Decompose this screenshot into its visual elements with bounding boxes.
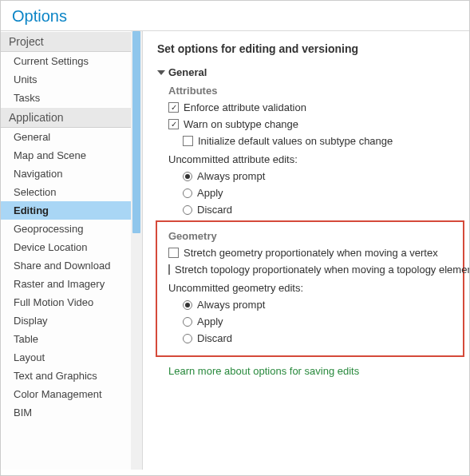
label-warn-subtype: Warn on subtype change — [184, 118, 298, 130]
uncommitted-geom-label: Uncommitted geometry edits: — [168, 282, 463, 294]
radio-geom-discard[interactable] — [183, 334, 192, 343]
sidebar-item-navigation[interactable]: Navigation — [1, 165, 142, 183]
sidebar-item-text-and-graphics[interactable]: Text and Graphics — [1, 367, 142, 385]
geometry-heading: Geometry — [168, 230, 463, 242]
label-geom-apply: Apply — [197, 315, 223, 327]
label-geom-always: Always prompt — [197, 299, 265, 311]
sidebar-item-map-and-scene[interactable]: Map and Scene — [1, 146, 142, 165]
label-attr-always: Always prompt — [197, 170, 265, 182]
radio-attr-apply[interactable] — [183, 188, 192, 198]
learn-more-link[interactable]: Learn more about options for saving edit… — [168, 365, 469, 377]
radio-geom-apply[interactable] — [183, 317, 192, 327]
checkbox-stretch-topology[interactable] — [168, 264, 170, 275]
checkbox-enforce-validation[interactable] — [168, 102, 179, 113]
section-general-label: General — [168, 66, 207, 78]
sidebar-item-general[interactable]: General — [1, 128, 142, 146]
uncommitted-attr-label: Uncommitted attribute edits: — [168, 153, 469, 165]
sidebar-group-application[interactable]: Application — [1, 107, 142, 128]
sidebar-item-tasks[interactable]: Tasks — [1, 89, 142, 107]
radio-attr-always[interactable] — [183, 172, 192, 181]
sidebar-group-project[interactable]: Project — [1, 31, 142, 52]
attributes-heading: Attributes — [168, 85, 469, 97]
main-area: Project Current Settings Units Tasks App… — [1, 30, 469, 470]
sidebar-item-units[interactable]: Units — [1, 70, 142, 89]
checkbox-stretch-geometry[interactable] — [168, 248, 179, 258]
content-title: Set options for editing and versioning — [157, 42, 469, 55]
sidebar-item-editing[interactable]: Editing — [1, 201, 142, 220]
sidebar-item-selection[interactable]: Selection — [1, 183, 142, 201]
checkbox-init-defaults[interactable] — [183, 136, 193, 146]
label-stretch-geometry: Stretch geometry proportionately when mo… — [184, 247, 438, 259]
sidebar-item-share-and-download[interactable]: Share and Download — [1, 256, 142, 275]
label-attr-discard: Discard — [197, 204, 232, 216]
checkbox-warn-subtype[interactable] — [168, 119, 179, 129]
sidebar-item-raster-and-imagery[interactable]: Raster and Imagery — [1, 275, 142, 293]
sidebar-scrollbar[interactable] — [131, 31, 142, 470]
label-attr-apply: Apply — [197, 187, 223, 199]
sidebar-item-full-motion-video[interactable]: Full Motion Video — [1, 293, 142, 311]
label-stretch-topology: Stretch topology proportionately when mo… — [175, 264, 469, 276]
sidebar-item-device-location[interactable]: Device Location — [1, 238, 142, 256]
section-general-header[interactable]: General — [157, 66, 469, 78]
sidebar-item-color-management[interactable]: Color Management — [1, 385, 142, 403]
sidebar-scrollbar-thumb[interactable] — [132, 31, 140, 233]
sidebar-item-current-settings[interactable]: Current Settings — [1, 52, 142, 70]
sidebar-item-layout[interactable]: Layout — [1, 348, 142, 367]
sidebar-item-geoprocessing[interactable]: Geoprocessing — [1, 220, 142, 238]
sidebar: Project Current Settings Units Tasks App… — [1, 31, 143, 470]
radio-attr-discard[interactable] — [183, 205, 192, 215]
content-pane: Set options for editing and versioning G… — [143, 31, 469, 470]
sidebar-item-table[interactable]: Table — [1, 330, 142, 348]
geometry-highlight-box: Geometry Stretch geometry proportionatel… — [156, 220, 464, 357]
sidebar-item-display[interactable]: Display — [1, 311, 142, 330]
sidebar-item-bim[interactable]: BIM — [1, 403, 142, 422]
label-init-defaults: Initialize default values on subtype cha… — [198, 135, 393, 147]
label-geom-discard: Discard — [197, 332, 232, 344]
dialog-title: Options — [1, 1, 469, 30]
label-enforce-validation: Enforce attribute validation — [184, 101, 306, 113]
chevron-down-icon — [157, 70, 165, 75]
radio-geom-always[interactable] — [183, 300, 192, 310]
